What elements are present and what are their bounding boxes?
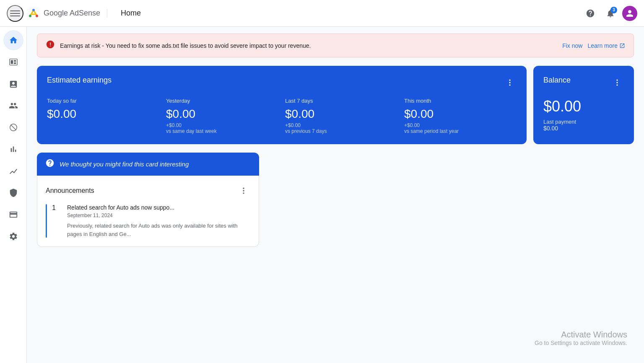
earnings-yesterday-label: Yesterday — [166, 98, 278, 104]
windows-watermark: Activate Windows Go to Settings to activ… — [535, 330, 627, 346]
earnings-menu-button[interactable] — [503, 76, 517, 89]
earnings-thismonth-sub2: vs same period last year — [404, 128, 517, 134]
earnings-today: Today so far $0.00 — [47, 98, 159, 134]
svg-line-12 — [10, 124, 16, 130]
balance-card: Balance $0.00 Last payment $0.00 — [533, 66, 634, 144]
notification-badge: 3 — [610, 7, 617, 13]
svg-rect-10 — [13, 62, 16, 64]
sidebar-item-block-controls[interactable] — [3, 117, 23, 137]
svg-point-15 — [509, 84, 510, 86]
announcement-item: 1 Related search for Auto ads now suppo.… — [46, 204, 250, 238]
sidebar-item-ads[interactable] — [3, 52, 23, 72]
notifications-button[interactable]: 3 — [602, 5, 619, 22]
earnings-last7-sub1: +$0.00 — [285, 122, 397, 128]
earnings-card: Estimated earnings Today so far $0.00 — [37, 66, 527, 144]
learn-more-link[interactable]: Learn more — [587, 42, 625, 49]
alert-icon — [46, 40, 55, 51]
sidebar-item-home[interactable] — [3, 30, 23, 50]
logo: Google AdSense — [27, 7, 107, 20]
earnings-today-label: Today so far — [47, 98, 159, 104]
announcements-header: Announcements — [46, 184, 250, 197]
sidebar-item-policy[interactable] — [3, 183, 23, 203]
earnings-thismonth-label: This month — [404, 98, 517, 104]
svg-point-13 — [509, 80, 510, 81]
ann-content: Related search for Auto ads now suppo...… — [67, 204, 250, 238]
sidebar — [0, 27, 27, 363]
earnings-thismonth-amount: $0.00 — [404, 107, 517, 121]
earnings-yesterday-sub2: vs same day last week — [166, 128, 278, 134]
earnings-last7-label: Last 7 days — [285, 98, 397, 104]
svg-point-18 — [616, 84, 618, 86]
svg-rect-0 — [10, 10, 20, 11]
adsense-logo-icon — [27, 7, 40, 20]
svg-point-14 — [509, 82, 510, 83]
announcements-card: Announcements 1 Related search for Auto … — [37, 176, 259, 247]
earnings-last7days: Last 7 days $0.00 +$0.00 vs previous 7 d… — [285, 98, 397, 134]
earnings-today-amount: $0.00 — [47, 107, 159, 121]
fix-now-link[interactable]: Fix now — [562, 42, 582, 49]
nav-right: 3 — [582, 5, 637, 22]
interesting-text: We thought you might find this card inte… — [60, 161, 189, 168]
interesting-banner: We thought you might find this card inte… — [37, 153, 259, 176]
external-link-icon — [619, 43, 625, 49]
help-button[interactable] — [582, 5, 599, 22]
balance-amount: $0.00 — [543, 98, 624, 115]
earnings-yesterday-amount: $0.00 — [166, 107, 278, 121]
ann-number-col: 1 — [46, 204, 60, 238]
ann-border — [46, 204, 47, 238]
svg-point-20 — [243, 190, 244, 191]
avatar[interactable] — [622, 6, 637, 21]
cards-row: Estimated earnings Today so far $0.00 — [37, 66, 634, 144]
balance-card-header: Balance — [543, 76, 624, 89]
sidebar-item-settings[interactable] — [3, 226, 23, 246]
balance-card-title: Balance — [543, 76, 571, 85]
last-payment-label: Last payment — [543, 119, 624, 125]
svg-point-17 — [616, 82, 618, 83]
sidebar-item-reports[interactable] — [3, 139, 23, 159]
top-nav: Google AdSense Home 3 — [0, 0, 644, 27]
main-content: Earnings at risk - You need to fix some … — [27, 27, 644, 363]
ann-date: September 11, 2024 — [67, 213, 250, 218]
interesting-section: We thought you might find this card inte… — [37, 153, 259, 247]
interesting-icon — [45, 158, 55, 170]
earnings-yesterday: Yesterday $0.00 +$0.00 vs same day last … — [166, 98, 278, 134]
announcements-title: Announcements — [46, 187, 94, 194]
svg-point-21 — [243, 192, 244, 194]
earnings-card-header: Estimated earnings — [47, 76, 517, 89]
balance-menu-button[interactable] — [610, 76, 624, 89]
layout: Earnings at risk - You need to fix some … — [0, 27, 644, 363]
earnings-grid: Today so far $0.00 Yesterday $0.00 +$0.0… — [47, 98, 517, 134]
sidebar-item-optimization[interactable] — [3, 161, 23, 181]
page-title: Home — [114, 9, 141, 18]
ann-number: 1 — [52, 204, 60, 212]
svg-rect-1 — [10, 13, 20, 14]
windows-watermark-title: Activate Windows — [535, 330, 627, 340]
menu-button[interactable] — [7, 5, 23, 22]
windows-watermark-subtitle: Go to Settings to activate Windows. — [535, 340, 627, 346]
svg-point-5 — [29, 15, 31, 17]
alert-banner: Earnings at risk - You need to fix some … — [37, 34, 634, 57]
earnings-thismonth-sub1: +$0.00 — [404, 122, 517, 128]
svg-point-6 — [32, 9, 35, 11]
sidebar-item-sites[interactable] — [3, 74, 23, 94]
svg-point-16 — [616, 80, 618, 81]
ann-desc: Previously, related search for Auto ads … — [67, 222, 250, 238]
svg-point-19 — [243, 188, 244, 189]
earnings-thismonth: This month $0.00 +$0.00 vs same period l… — [404, 98, 517, 134]
earnings-last7-sub2: vs previous 7 days — [285, 128, 397, 134]
sidebar-item-payments[interactable] — [3, 205, 23, 225]
svg-rect-8 — [10, 60, 13, 64]
ann-item-title: Related search for Auto ads now suppo... — [67, 204, 250, 211]
svg-rect-9 — [13, 60, 16, 62]
earnings-yesterday-sub1: +$0.00 — [166, 122, 278, 128]
svg-rect-2 — [10, 16, 20, 16]
earnings-card-title: Estimated earnings — [47, 76, 112, 85]
brand-name: Google AdSense — [44, 9, 107, 18]
announcements-menu-button[interactable] — [237, 184, 250, 197]
sidebar-item-audiences[interactable] — [3, 96, 23, 116]
last-payment-amount: $0.00 — [543, 125, 624, 132]
svg-point-4 — [36, 15, 38, 17]
earnings-last7-amount: $0.00 — [285, 107, 397, 121]
alert-text: Earnings at risk - You need to fix some … — [60, 42, 557, 49]
